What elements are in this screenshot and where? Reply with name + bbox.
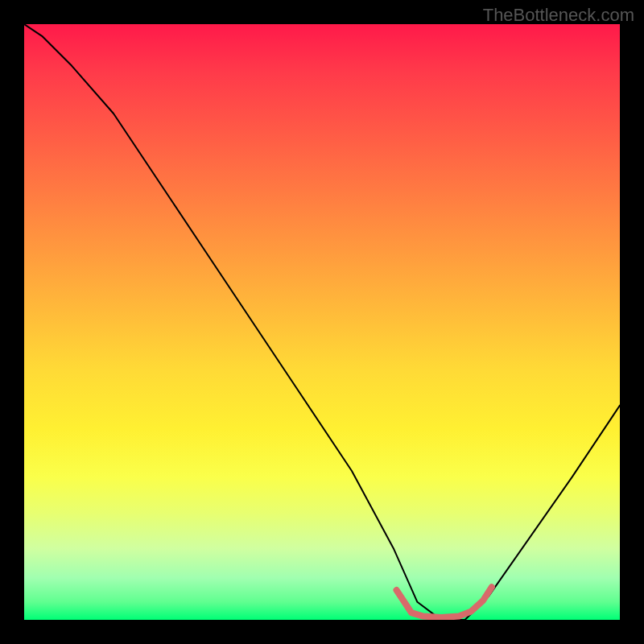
series-bottleneck-curve <box>24 24 620 620</box>
series-optimal-band <box>397 587 492 617</box>
watermark-text: TheBottleneck.com <box>483 5 634 26</box>
chart-svg <box>24 24 620 620</box>
chart-plot-area <box>24 24 620 620</box>
